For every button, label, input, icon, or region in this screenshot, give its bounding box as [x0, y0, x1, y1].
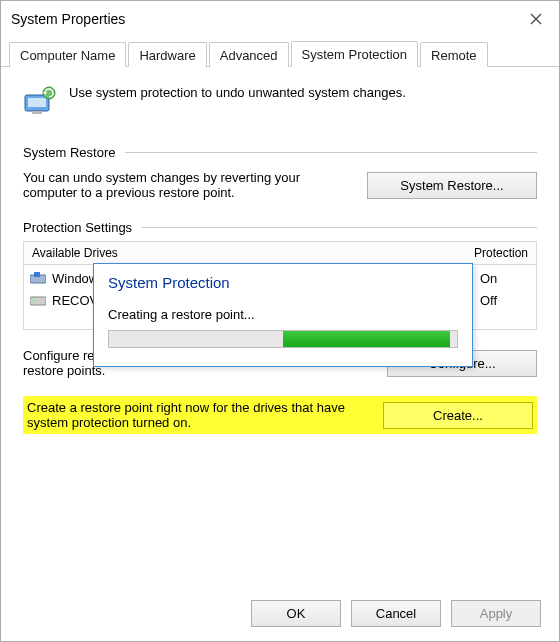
ok-button[interactable]: OK	[251, 600, 341, 627]
progress-bar	[108, 330, 458, 348]
section-protection-header: Protection Settings	[23, 220, 537, 235]
info-text: Use system protection to undo unwanted s…	[69, 85, 406, 100]
drive-status: On	[480, 271, 530, 286]
dialog-button-row: OK Cancel Apply	[1, 585, 559, 641]
drive-list-header: Available Drives Protection	[23, 241, 537, 264]
create-button[interactable]: Create...	[383, 402, 533, 429]
section-title-restore: System Restore	[23, 145, 115, 160]
divider	[142, 227, 537, 228]
tab-computer-name[interactable]: Computer Name	[9, 42, 126, 67]
cancel-button[interactable]: Cancel	[351, 600, 441, 627]
tab-hardware[interactable]: Hardware	[128, 42, 206, 67]
tabstrip: Computer Name Hardware Advanced System P…	[1, 37, 559, 67]
titlebar[interactable]: System Properties	[1, 1, 559, 37]
svg-point-10	[32, 300, 34, 302]
create-desc: Create a restore point right now for the…	[27, 400, 365, 430]
svg-rect-4	[32, 111, 42, 114]
window-title: System Properties	[1, 11, 125, 27]
tab-advanced[interactable]: Advanced	[209, 42, 289, 67]
create-row-highlighted: Create a restore point right now for the…	[23, 396, 537, 434]
col-available-drives: Available Drives	[32, 246, 474, 260]
tab-system-protection[interactable]: System Protection	[291, 41, 419, 67]
system-restore-row: You can undo system changes by reverting…	[23, 170, 537, 200]
col-protection: Protection	[474, 246, 528, 260]
system-restore-button[interactable]: System Restore...	[367, 172, 537, 199]
svg-rect-8	[34, 272, 40, 277]
svg-rect-3	[28, 98, 46, 107]
disk-icon	[30, 272, 46, 284]
progress-fill	[283, 331, 450, 347]
system-protection-icon	[23, 85, 57, 119]
disk-icon	[30, 294, 46, 306]
drive-status: Off	[480, 293, 530, 308]
close-button[interactable]	[513, 1, 559, 37]
tab-remote[interactable]: Remote	[420, 42, 488, 67]
divider	[125, 152, 537, 153]
close-icon	[530, 13, 542, 25]
system-properties-window: System Properties Computer Name Hardware…	[0, 0, 560, 642]
progress-dialog-title: System Protection	[94, 264, 472, 307]
info-row: Use system protection to undo unwanted s…	[23, 85, 537, 119]
progress-dialog: System Protection Creating a restore poi…	[93, 263, 473, 367]
apply-button: Apply	[451, 600, 541, 627]
section-title-protection: Protection Settings	[23, 220, 132, 235]
system-restore-desc: You can undo system changes by reverting…	[23, 170, 349, 200]
progress-message: Creating a restore point...	[108, 307, 458, 322]
section-system-restore-header: System Restore	[23, 145, 537, 160]
